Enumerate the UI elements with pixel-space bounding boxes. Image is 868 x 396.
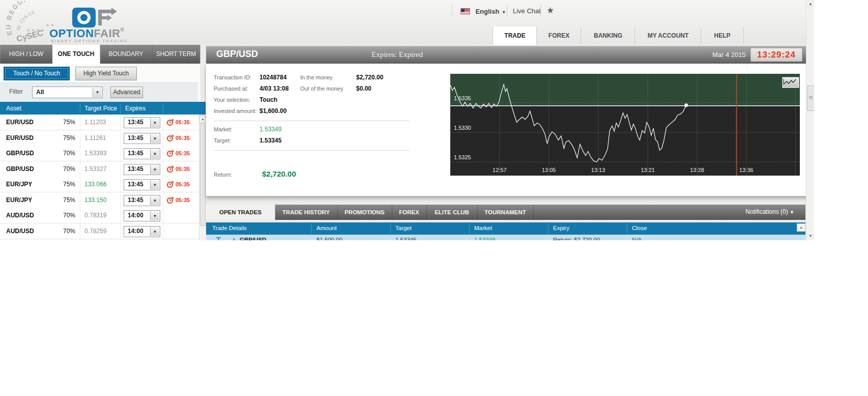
chevron-down-icon[interactable]: ▼	[150, 196, 159, 205]
tab-trade-history[interactable]: TRADE HISTORY	[275, 205, 338, 220]
expiry-value: 13:45	[128, 196, 143, 204]
column-header-market: Market	[474, 225, 492, 231]
chevron-down-icon[interactable]: ▼	[150, 180, 159, 189]
favorite-star-icon[interactable]: ★	[546, 5, 554, 16]
asset-row[interactable]: AUD/USD 70% 0.78319 14:00▼	[0, 208, 199, 223]
chevron-down-icon[interactable]: ▼	[93, 88, 102, 97]
expires-status: Expires: Expired	[371, 50, 423, 59]
asset-row[interactable]: EUR/JPY 75% 133.150 13:45▼ 05:35	[0, 192, 199, 208]
expiry-select[interactable]: 14:00▼	[124, 226, 160, 237]
trade-target: 1.53345	[395, 237, 417, 240]
tab-my-account[interactable]: MY ACCOUNT	[634, 26, 701, 45]
tab-trade[interactable]: TRADE	[493, 26, 537, 45]
asset-row[interactable]: EUR/USD 75% 1.11261 13:45▼ 05:35	[0, 130, 199, 146]
asset-target-price: 133.150	[84, 196, 106, 204]
svg-text:13:05: 13:05	[542, 167, 556, 173]
registered-mark: ®	[120, 27, 124, 33]
scroll-up-arrow[interactable]: ▲	[199, 116, 206, 123]
expiry-select[interactable]: 13:45▼	[124, 117, 160, 128]
trade-amount: $1,600.00	[316, 237, 342, 240]
open-trade-row[interactable]: GBP/USD $1,600.00 1.53345 1.53349 Return…	[206, 235, 805, 240]
expiry-select[interactable]: 13:45▼	[124, 195, 160, 206]
asset-row[interactable]: GBP/USD 70% 1.53327 13:45▼ 05:35	[0, 161, 199, 177]
asset-name: EUR/JPY	[6, 196, 32, 204]
tab-label: BANKING	[594, 32, 622, 39]
tab-label: ONE TOUCH	[58, 50, 95, 58]
trade-type-nav: HIGH / LOW ONE TOUCH BOUNDARY SHORT TERM	[0, 45, 200, 64]
market-value: 1.53349	[259, 126, 281, 133]
expiry-select[interactable]: 13:45▼	[124, 148, 160, 159]
expiry-select[interactable]: 13:45▼	[124, 164, 160, 175]
high-yield-touch-button[interactable]: High Yield Touch	[75, 67, 137, 80]
asset-row[interactable]: EUR/JPY 75% 133.066 13:45▼ 05:35	[0, 177, 199, 192]
section-divider	[214, 150, 410, 151]
chevron-down-icon[interactable]: ▼	[150, 211, 159, 220]
asset-list-scrollbar[interactable]: ▲	[199, 115, 207, 240]
tab-elite-club[interactable]: ELITE CLUB	[426, 205, 478, 220]
tab-label: FOREX	[399, 209, 419, 215]
tab-forex[interactable]: FOREX	[536, 26, 581, 45]
asset-row[interactable]: GBP/USD 70% 1.53393 13:45▼ 05:35	[0, 146, 199, 161]
us-flag-icon	[460, 8, 470, 15]
expiry-value: 14:00	[128, 228, 143, 235]
asset-row[interactable]: AUD/USD 70% 0.78259 14:00▼	[0, 223, 199, 239]
in-the-money-label: In the money	[300, 74, 333, 80]
return-label: Return:	[214, 172, 232, 178]
tab-high-low[interactable]: HIGH / LOW	[0, 45, 53, 64]
expiry-select[interactable]: 14:00▼	[124, 210, 160, 221]
expiry-value: 14:00	[128, 212, 143, 219]
browser-scrollbar[interactable]: ▲ ▼	[806, 0, 814, 240]
chevron-down-icon[interactable]: ▼	[150, 149, 159, 158]
asset-payout: 70%	[51, 212, 75, 219]
chevron-down-icon[interactable]: ▼	[150, 165, 159, 174]
asset-name: AUD/USD	[6, 228, 34, 235]
tab-open-trades[interactable]: OPEN TRADES	[206, 205, 275, 220]
tab-one-touch[interactable]: ONE TOUCH	[52, 45, 100, 64]
tab-help[interactable]: HELP	[701, 26, 744, 45]
pin-top-icon[interactable]	[215, 237, 222, 240]
scroll-up-arrow[interactable]: ▲	[807, 0, 814, 8]
countdown-clock-icon	[166, 149, 174, 157]
svg-text:13:36: 13:36	[739, 167, 754, 173]
expires-value: Expired	[399, 50, 423, 59]
target-value: 1.53345	[259, 137, 281, 144]
scrollbar-thumb[interactable]	[807, 86, 814, 111]
filter-select[interactable]: All ▼	[32, 87, 103, 98]
live-chat-link[interactable]: Live Chat	[513, 7, 541, 15]
language-selector[interactable]: English ▼	[460, 7, 506, 16]
language-label: English	[475, 8, 499, 15]
trades-scroll-up-arrow[interactable]: ▲	[797, 223, 805, 232]
touch-no-touch-button[interactable]: Touch / No Touch	[4, 67, 70, 80]
notifications-toggle[interactable]: Notifications (0) ▼	[745, 208, 794, 215]
chevron-down-icon[interactable]: ▼	[150, 118, 159, 127]
chevron-down-icon[interactable]: ▼	[150, 227, 159, 236]
tab-short-term[interactable]: SHORT TERM	[152, 45, 200, 64]
return-value: $2,720.00	[262, 169, 296, 178]
tab-label: HIGH / LOW	[9, 50, 43, 58]
tab-forex-bottom[interactable]: FOREX	[392, 205, 427, 220]
expiry-value: 13:45	[128, 134, 143, 142]
out-of-the-money-label: Out of the money	[300, 86, 343, 92]
tab-boundary[interactable]: BOUNDARY	[100, 45, 153, 64]
invested-amount-label: Invested amount:	[214, 108, 256, 114]
tab-banking[interactable]: BANKING	[581, 26, 635, 45]
trade-panel-header: GBP/USD Expires: Expired Mar 4 2015 13:2…	[206, 46, 809, 64]
tab-label: OPEN TRADES	[219, 209, 262, 215]
advanced-button[interactable]: Advanced	[110, 87, 143, 98]
scroll-down-arrow[interactable]: ▼	[807, 232, 814, 240]
tab-tournament[interactable]: TOURNAMENT	[477, 205, 534, 220]
asset-target-price: 1.53393	[84, 150, 106, 157]
countdown-timer: 13:29:24	[750, 48, 802, 62]
expiry-select[interactable]: 13:45▼	[124, 179, 160, 190]
expiry-select[interactable]: 13:45▼	[124, 133, 160, 144]
chart-type-button[interactable]	[782, 77, 799, 88]
transaction-id-label: Transaction ID:	[214, 74, 251, 80]
notifications-label: Notifications (0)	[745, 208, 788, 215]
tab-promotions[interactable]: PROMOTIONS	[337, 205, 392, 220]
out-of-the-money-value: $0.00	[356, 85, 371, 92]
asset-row[interactable]: EUR/USD 75% 1.11203 13:45▼ 05:35	[0, 115, 199, 130]
chevron-down-icon[interactable]: ▼	[150, 134, 159, 143]
scrollbar-thumb[interactable]	[200, 123, 206, 226]
button-label: Advanced	[113, 89, 140, 96]
button-label: Touch / No Touch	[13, 70, 61, 77]
